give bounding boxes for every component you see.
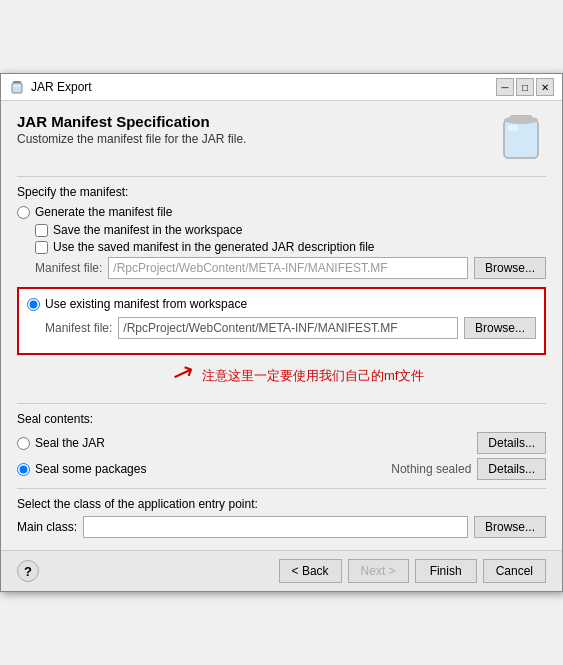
checkbox-use-saved[interactable] <box>35 241 48 254</box>
svg-rect-1 <box>12 83 22 93</box>
restore-button[interactable]: □ <box>516 78 534 96</box>
svg-point-5 <box>504 116 538 124</box>
svg-rect-6 <box>508 125 518 131</box>
seal-jar-row: Seal the JAR Details... <box>17 432 546 454</box>
main-content: JAR Manifest Specification Customize the… <box>1 101 562 550</box>
main-class-label: Main class: <box>17 520 77 534</box>
next-button[interactable]: Next > <box>348 559 409 583</box>
radio-row-use-existing: Use existing manifest from workspace <box>27 297 536 311</box>
radio-use-existing[interactable] <box>27 298 40 311</box>
entry-separator <box>17 488 546 489</box>
help-button[interactable]: ? <box>17 560 39 582</box>
jar-export-window: JAR Export ─ □ ✕ JAR Manifest Specificat… <box>0 73 563 592</box>
seal-jar-radio-part: Seal the JAR <box>17 436 477 450</box>
checkbox-use-saved-label: Use the saved manifest in the generated … <box>53 240 375 254</box>
specify-manifest-label: Specify the manifest: <box>17 185 546 199</box>
radio-generate-label: Generate the manifest file <box>35 205 172 219</box>
jar-icon <box>9 79 25 95</box>
header-text: JAR Manifest Specification Customize the… <box>17 113 246 146</box>
seal-section: Seal contents: Seal the JAR Details... S… <box>17 412 546 480</box>
use-existing-section: Use existing manifest from workspace Man… <box>17 287 546 355</box>
manifest-file-label-active: Manifest file: <box>45 321 112 335</box>
radio-seal-jar-label: Seal the JAR <box>35 436 105 450</box>
page-subtitle: Customize the manifest file for the JAR … <box>17 132 246 146</box>
seal-some-row: Seal some packages Nothing sealed Detail… <box>17 458 546 480</box>
main-class-input[interactable] <box>83 516 468 538</box>
radio-seal-some-label: Seal some packages <box>35 462 146 476</box>
checkbox-row-use-saved: Use the saved manifest in the generated … <box>35 240 546 254</box>
checkbox-save-manifest[interactable] <box>35 224 48 237</box>
title-bar-left: JAR Export <box>9 79 92 95</box>
entry-section: Select the class of the application entr… <box>17 497 546 538</box>
checkbox-row-save: Save the manifest in the workspace <box>35 223 546 237</box>
manifest-file-row-active: Manifest file: Browse... <box>45 317 536 339</box>
radio-generate[interactable] <box>17 206 30 219</box>
page-title: JAR Manifest Specification <box>17 113 246 130</box>
checkbox-save-label: Save the manifest in the workspace <box>53 223 242 237</box>
back-button[interactable]: < Back <box>279 559 342 583</box>
nothing-sealed-label: Nothing sealed <box>391 462 471 476</box>
title-bar-controls: ─ □ ✕ <box>496 78 554 96</box>
radio-group-generate: Generate the manifest file Save the mani… <box>17 205 546 279</box>
manifest-file-input-active[interactable] <box>118 317 458 339</box>
title-bar: JAR Export ─ □ ✕ <box>1 74 562 101</box>
radio-row-generate: Generate the manifest file <box>17 205 546 219</box>
annotation-text: 注意这里一定要使用我们自己的mf文件 <box>202 367 424 385</box>
jar-graphic <box>496 113 546 168</box>
bottom-buttons: < Back Next > Finish Cancel <box>279 559 546 583</box>
annotation-arrow: ↗ <box>167 354 198 391</box>
manifest-file-row-disabled: Manifest file: Browse... <box>35 257 546 279</box>
details-button-2[interactable]: Details... <box>477 458 546 480</box>
main-class-row: Main class: Browse... <box>17 516 546 538</box>
radio-seal-some[interactable] <box>17 463 30 476</box>
browse-button-3[interactable]: Browse... <box>474 516 546 538</box>
seal-contents-label: Seal contents: <box>17 412 546 426</box>
svg-rect-2 <box>14 85 20 87</box>
details-button-1[interactable]: Details... <box>477 432 546 454</box>
seal-separator <box>17 403 546 404</box>
manifest-file-input-disabled[interactable] <box>108 257 468 279</box>
browse-button-1[interactable]: Browse... <box>474 257 546 279</box>
seal-some-radio-part: Seal some packages <box>17 462 391 476</box>
entry-point-label: Select the class of the application entr… <box>17 497 546 511</box>
page-header: JAR Manifest Specification Customize the… <box>17 113 546 168</box>
title-bar-title: JAR Export <box>31 80 92 94</box>
header-separator <box>17 176 546 177</box>
browse-button-2[interactable]: Browse... <box>464 317 536 339</box>
bottom-bar: ? < Back Next > Finish Cancel <box>1 550 562 591</box>
manifest-file-label-disabled: Manifest file: <box>35 261 102 275</box>
radio-use-existing-label: Use existing manifest from workspace <box>45 297 247 311</box>
minimize-button[interactable]: ─ <box>496 78 514 96</box>
radio-seal-jar[interactable] <box>17 437 30 450</box>
finish-button[interactable]: Finish <box>415 559 477 583</box>
annotation-area: ↗ 注意这里一定要使用我们自己的mf文件 <box>17 359 546 395</box>
close-button[interactable]: ✕ <box>536 78 554 96</box>
cancel-button[interactable]: Cancel <box>483 559 546 583</box>
